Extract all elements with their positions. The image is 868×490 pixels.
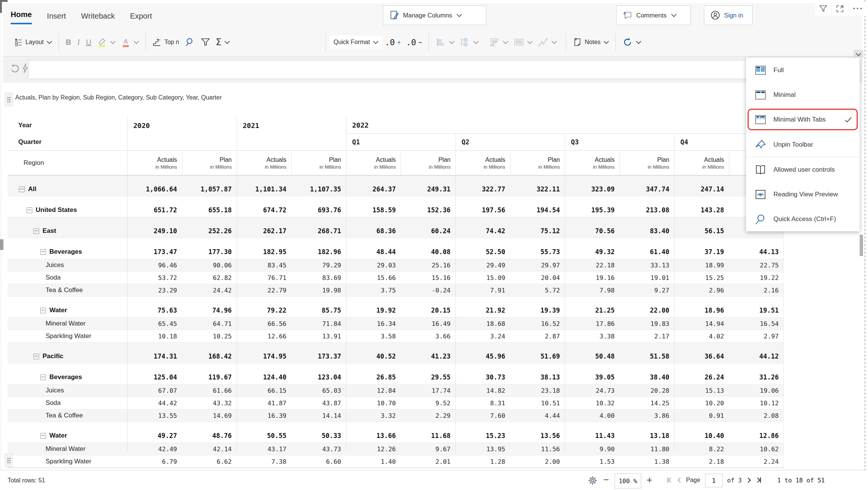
layout-button[interactable]: Layout	[11, 38, 55, 47]
value-cell[interactable]: 123.04	[291, 373, 346, 381]
tab-insert[interactable]: Insert	[47, 12, 66, 24]
manage-columns-button[interactable]: Manage Columns	[383, 5, 486, 25]
value-cell[interactable]: 44.42	[127, 400, 182, 407]
formula-input[interactable]	[28, 60, 856, 79]
value-cell[interactable]: 19.92	[346, 307, 401, 314]
value-cell[interactable]: 2.29	[401, 412, 455, 419]
value-cell[interactable]: 66.56	[237, 320, 291, 327]
sign-in-button[interactable]: Sign in	[704, 5, 753, 25]
value-cell[interactable]: 43.87	[291, 400, 346, 407]
value-cell[interactable]: 50.55	[237, 432, 291, 439]
value-cell[interactable]: 16.52	[510, 320, 565, 327]
row-label[interactable]: Mineral Water	[8, 320, 127, 327]
tab-writeback[interactable]: Writeback	[81, 12, 115, 24]
selection-corner-handle-2[interactable]	[0, 0, 8, 2]
measure-column-header[interactable]: Planin Millions	[620, 151, 674, 175]
measure-column-header[interactable]: Planin Millions	[291, 151, 346, 175]
region-row-label[interactable]: Region	[8, 151, 127, 175]
value-cell[interactable]: 11.80	[620, 446, 674, 453]
filter-button[interactable]	[198, 37, 213, 47]
value-cell[interactable]: 23.18	[510, 387, 565, 394]
year-2022-header[interactable]: 2022	[346, 117, 784, 134]
value-cell[interactable]: 2.00	[510, 458, 565, 465]
quick-format-dropdown[interactable]: Quick Format	[330, 36, 382, 49]
value-cell[interactable]: 2.18	[674, 458, 729, 465]
value-cell[interactable]: 10.20	[674, 400, 729, 407]
value-cell[interactable]: 83.69	[291, 274, 346, 281]
value-cell[interactable]: 29.55	[401, 373, 455, 381]
value-cell[interactable]: 55.73	[510, 248, 565, 256]
value-cell[interactable]: 43.73	[291, 446, 346, 453]
value-cell[interactable]: 60.24	[401, 227, 455, 235]
value-cell[interactable]: 17.86	[565, 320, 620, 327]
value-cell[interactable]: 347.74	[620, 185, 674, 193]
value-cell[interactable]: 9.90	[565, 446, 620, 453]
value-cell[interactable]: 182.96	[291, 248, 346, 256]
measure-column-header[interactable]: Actualsin Millions	[237, 151, 291, 175]
row-label[interactable]: Soda	[8, 274, 127, 281]
decrease-decimal-button[interactable]: .0−	[403, 38, 425, 47]
value-cell[interactable]: 4.00	[565, 412, 620, 419]
value-cell[interactable]: 13.18	[620, 432, 674, 439]
value-cell[interactable]: 66.15	[237, 387, 291, 394]
value-cell[interactable]: 15.16	[401, 274, 455, 281]
value-cell[interactable]: 19.39	[510, 307, 565, 314]
value-cell[interactable]: 674.72	[237, 206, 291, 214]
last-page-button[interactable]	[755, 476, 763, 484]
value-cell[interactable]: 9.52	[401, 400, 455, 407]
value-cell[interactable]: 75.12	[510, 227, 565, 235]
value-cell[interactable]: 24.73	[565, 387, 620, 394]
value-cell[interactable]: 67.07	[127, 387, 182, 394]
measure-column-header[interactable]: Actualsin Millions	[455, 151, 510, 175]
year-2020-header[interactable]: 2020	[127, 117, 237, 134]
value-cell[interactable]: 2.24	[729, 458, 784, 465]
value-cell[interactable]: 15.66	[346, 274, 401, 281]
row-label[interactable]: Beverages	[8, 373, 127, 381]
value-cell[interactable]: 85.75	[291, 307, 346, 314]
value-cell[interactable]: 41.23	[401, 352, 455, 360]
value-cell[interactable]: 6.62	[182, 458, 237, 465]
value-cell[interactable]: 19.22	[729, 274, 784, 281]
value-cell[interactable]: 7.38	[237, 458, 291, 465]
vertical-scrollbar[interactable]	[860, 235, 863, 256]
bold-button[interactable]: B	[63, 38, 74, 47]
value-cell[interactable]: 61.40	[620, 248, 674, 256]
value-cell[interactable]: 3.86	[620, 412, 674, 419]
value-cell[interactable]: 1,101.34	[237, 185, 291, 193]
value-cell[interactable]: 152.36	[401, 206, 455, 214]
value-cell[interactable]: 10.32	[565, 400, 620, 407]
value-cell[interactable]: 158.59	[346, 206, 401, 214]
quarter-row-label[interactable]: Quarter	[8, 134, 127, 150]
row-label[interactable]: Water	[8, 432, 127, 439]
value-cell[interactable]: 6.79	[127, 458, 182, 465]
first-page-button[interactable]	[666, 476, 673, 484]
value-cell[interactable]: 43.17	[237, 446, 291, 453]
previous-page-button[interactable]	[675, 476, 683, 484]
zoom-in-button[interactable]: +	[647, 474, 652, 486]
value-cell[interactable]: 22.79	[237, 287, 291, 294]
value-cell[interactable]: 182.95	[237, 248, 291, 256]
chart-line-button[interactable]	[535, 37, 560, 47]
italic-button[interactable]: I	[74, 38, 83, 47]
value-cell[interactable]: 56.15	[674, 227, 729, 235]
measure-column-header[interactable]: Actualsin Millions	[127, 151, 182, 175]
value-cell[interactable]: 79.22	[237, 307, 291, 314]
visual-drag-handle[interactable]	[5, 93, 13, 106]
chart-table-button[interactable]	[511, 37, 535, 47]
next-page-button[interactable]	[745, 476, 753, 484]
value-cell[interactable]: 20.04	[510, 274, 565, 281]
comments-button[interactable]: Comments	[616, 5, 691, 25]
value-cell[interactable]: 249.10	[127, 227, 182, 235]
value-cell[interactable]: 323.09	[565, 185, 620, 193]
value-cell[interactable]: 7.91	[455, 287, 510, 294]
menu-item-minimal[interactable]: Minimal	[746, 82, 860, 107]
value-cell[interactable]: 16.49	[401, 320, 455, 327]
value-cell[interactable]: 247.14	[674, 185, 729, 193]
value-cell[interactable]: 18.68	[455, 320, 510, 327]
value-cell[interactable]: 10.18	[127, 333, 182, 340]
value-cell[interactable]: 2.96	[674, 287, 729, 294]
row-label[interactable]: Tea & Coffee	[8, 412, 127, 419]
value-cell[interactable]: 10.40	[674, 432, 729, 439]
highlight-color-button[interactable]	[95, 37, 118, 47]
filter-icon[interactable]	[815, 2, 831, 16]
